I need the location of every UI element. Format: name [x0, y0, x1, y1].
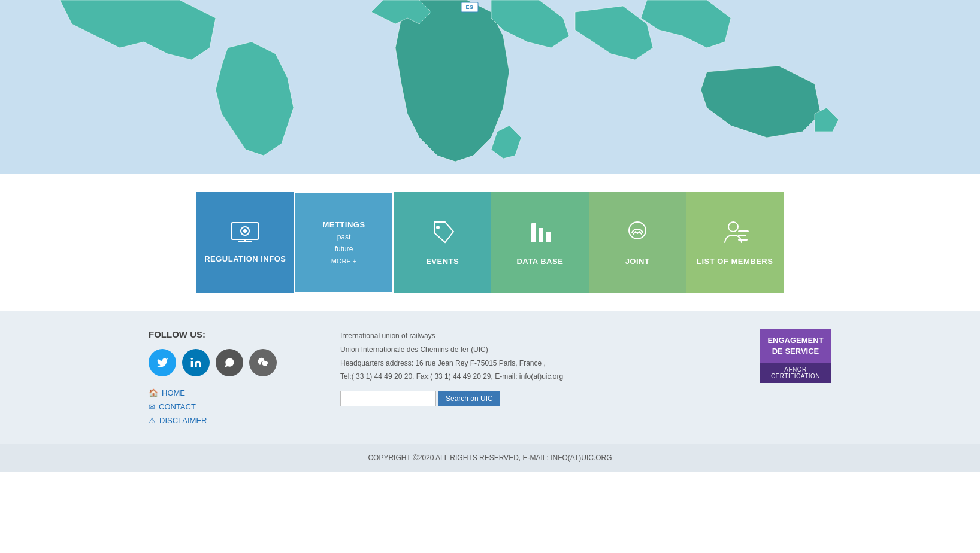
card-list-of-members-title: LIST OF MEMBERS — [697, 257, 773, 266]
contact-label: CONTACT — [159, 402, 196, 411]
disclaimer-label: DISCLAIMER — [159, 416, 207, 425]
social-icons-row — [149, 349, 304, 376]
twitter-button[interactable] — [149, 349, 176, 376]
handshake-icon — [622, 220, 652, 250]
search-on-uic-button[interactable]: Search on UIC — [438, 391, 500, 406]
warning-icon: ⚠ — [149, 416, 156, 425]
svg-rect-13 — [738, 230, 749, 232]
disclaimer-link[interactable]: ⚠ DISCLAIMER — [149, 416, 304, 425]
cert-engagement: ENGAGEMENTDE SERVICE — [764, 335, 827, 357]
copyright-bar: COPYRIGHT ©2020 ALL RIGHTS RESERVED, E-M… — [0, 444, 980, 472]
svg-point-4 — [243, 229, 247, 233]
card-mettings-more: MORE + — [331, 257, 356, 265]
card-data-base-title: DATA BASE — [516, 257, 563, 266]
home-icon: 🏠 — [149, 388, 158, 397]
eg-label: EG — [465, 4, 473, 10]
cert-badge: ENGAGEMENTDE SERVICE AFNOR CERTIFICATION — [760, 329, 831, 383]
org-full-name: Union Internationale des Chemins de fer … — [340, 343, 724, 357]
nav-disclaimer[interactable]: ⚠ DISCLAIMER — [149, 416, 304, 425]
cert-main: ENGAGEMENTDE SERVICE — [760, 329, 831, 363]
wechat-icon — [257, 357, 269, 369]
card-regulation-infos[interactable]: REGULATION INFOS — [196, 192, 294, 293]
org-address: Headquarters address: 16 rue Jean Rey F-… — [340, 357, 724, 370]
linkedin-button[interactable] — [182, 349, 210, 376]
map-section: EG — [0, 0, 980, 174]
card-list-of-members[interactable]: LIST OF MEMBERS — [686, 192, 784, 293]
svg-point-7 — [436, 226, 440, 229]
members-icon — [720, 220, 750, 250]
linkedin-icon — [190, 357, 202, 369]
twitter-icon — [156, 357, 168, 369]
follow-label: FOLLOW US: — [149, 329, 304, 339]
nav-home[interactable]: 🏠 HOME — [149, 388, 304, 397]
copyright-text: COPYRIGHT ©2020 ALL RIGHTS RESERVED, E-M… — [368, 454, 612, 462]
cert-afnor: AFNOR CERTIFICATION — [760, 363, 831, 383]
footer-nav: 🏠 HOME ✉ CONTACT ⚠ DISCLAIMER — [149, 388, 304, 425]
svg-rect-10 — [546, 232, 551, 242]
eye-icon — [231, 222, 259, 247]
cards-section: REGULATION INFOS METTINGS pastfuture MOR… — [0, 174, 980, 311]
svg-rect-9 — [539, 228, 543, 242]
footer-center: International union of railways Union In… — [340, 329, 724, 430]
svg-rect-8 — [531, 223, 536, 242]
footer-section: FOLLOW US: — [0, 311, 980, 472]
org-contact: Tel:( 33 1) 44 49 20 20, Fax:( 33 1) 44 … — [340, 370, 724, 384]
card-events[interactable]: EVENTS — [394, 192, 491, 293]
svg-rect-14 — [738, 235, 746, 236]
card-mettings-sub: pastfuture — [335, 232, 353, 254]
search-input[interactable] — [340, 391, 436, 406]
card-joint[interactable]: JOINT — [589, 192, 686, 293]
svg-point-16 — [191, 358, 193, 360]
svg-rect-15 — [738, 239, 748, 241]
svg-point-12 — [728, 222, 738, 232]
contact-link[interactable]: ✉ CONTACT — [149, 402, 304, 411]
search-row: Search on UIC — [340, 391, 724, 406]
nav-contact[interactable]: ✉ CONTACT — [149, 402, 304, 411]
whatsapp-button[interactable] — [216, 349, 243, 376]
envelope-icon: ✉ — [149, 402, 155, 411]
tag-icon — [429, 220, 456, 250]
home-link[interactable]: 🏠 HOME — [149, 388, 304, 397]
card-regulation-infos-title: REGULATION INFOS — [204, 254, 286, 263]
card-joint-title: JOINT — [625, 257, 650, 266]
footer-inner: FOLLOW US: — [131, 329, 849, 430]
footer-right: ENGAGEMENTDE SERVICE AFNOR CERTIFICATION — [760, 329, 831, 430]
org-name: International union of railways — [340, 329, 724, 343]
card-mettings-title: METTINGS — [322, 220, 365, 229]
svg-point-11 — [629, 222, 646, 239]
home-label: HOME — [162, 388, 185, 397]
cards-container: REGULATION INFOS METTINGS pastfuture MOR… — [196, 192, 784, 293]
wechat-button[interactable] — [249, 349, 277, 376]
card-data-base[interactable]: DATA BASE — [491, 192, 589, 293]
footer-left: FOLLOW US: — [149, 329, 304, 430]
whatsapp-icon — [223, 357, 235, 369]
card-events-title: EVENTS — [426, 257, 459, 266]
database-icon — [527, 220, 553, 250]
mettings-past: pastfuture — [335, 232, 353, 254]
org-info: International union of railways Union In… — [340, 329, 724, 384]
card-mettings[interactable]: METTINGS pastfuture MORE + — [294, 192, 394, 293]
